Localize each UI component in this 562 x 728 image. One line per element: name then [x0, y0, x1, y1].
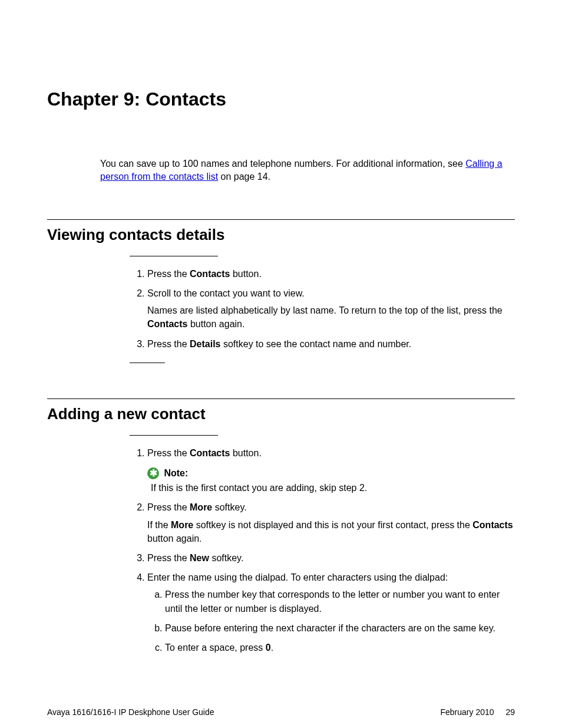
substep-item: To enter a space, press 0.	[165, 641, 515, 654]
step-item: Enter the name using the dialpad. To ent…	[147, 571, 515, 654]
short-rule	[130, 256, 218, 256]
section-divider	[47, 398, 515, 399]
substeps: Press the number key that corresponds to…	[147, 588, 515, 654]
footer-page-number: 29	[505, 707, 515, 717]
footer-date: February 2010	[440, 707, 494, 717]
substep-item: Press the number key that corresponds to…	[165, 588, 515, 615]
short-rule-end	[130, 363, 165, 363]
intro-paragraph: You can save up to 100 names and telepho…	[100, 157, 515, 184]
asterisk-icon: ✱	[147, 467, 159, 479]
note-label: Note:	[164, 468, 188, 478]
short-rule	[130, 435, 218, 436]
footer-left: Avaya 1616/1616-I IP Deskphone User Guid…	[47, 707, 214, 717]
note-block: ✱ Note: If this is the first contact you…	[147, 466, 515, 495]
step-item: Press the Details softkey to see the con…	[147, 337, 515, 351]
note-text: If this is the first contact you are add…	[151, 481, 515, 495]
steps-viewing: Press the Contacts button. Scroll to the…	[130, 267, 515, 351]
section-title-viewing: Viewing contacts details	[47, 226, 515, 244]
step-item: Press the New softkey.	[147, 551, 515, 565]
intro-lead: You can save up to 100 names and telepho…	[100, 159, 465, 169]
chapter-title: Chapter 9: Contacts	[47, 88, 515, 110]
section-divider	[47, 219, 515, 220]
intro-trail: on page 14.	[218, 172, 270, 182]
page-footer: Avaya 1616/1616-I IP Deskphone User Guid…	[0, 707, 562, 728]
steps-adding: Press the Contacts button. ✱ Note: If th…	[130, 446, 515, 654]
section-title-adding: Adding a new contact	[47, 405, 515, 423]
step-item: Press the Contacts button.	[147, 267, 515, 281]
step-item: Press the Contacts button. ✱ Note: If th…	[147, 446, 515, 495]
substep-item: Pause before entering the next character…	[165, 621, 515, 635]
step-item: Press the More softkey. If the More soft…	[147, 500, 515, 545]
step-item: Scroll to the contact you want to view. …	[147, 286, 515, 331]
